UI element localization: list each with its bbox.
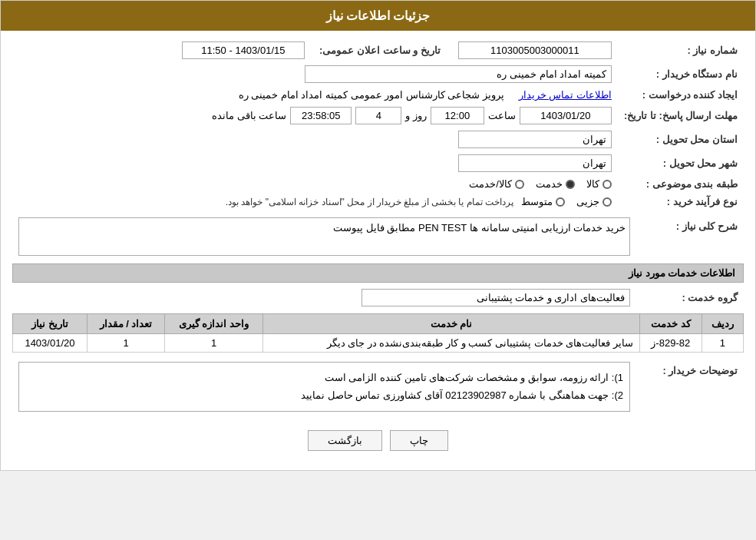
category-radio-group: کالا خدمت کالا/خدمت (18, 178, 612, 190)
purchase-type-radio-group: جزیی متوسط (521, 196, 612, 207)
deadline-time-label: ساعت (488, 110, 516, 121)
cell-code: 829-82-ز (639, 334, 702, 353)
cell-name: سایر فعالیت‌های خدمات پشتیبانی کسب و کار… (262, 334, 639, 353)
col-header-unit: واحد اندازه گیری (165, 314, 263, 334)
purchase-type-note: پرداخت تمام یا بخشی از مبلغ خریدار از مح… (226, 197, 513, 207)
deadline-time: 12:00 (431, 107, 484, 124)
buyer-note-line: 1): ارائه رزومه، سوابق و مشخصات شرکت‌های… (25, 369, 623, 386)
purchase-type-motevaset-label: متوسط (521, 196, 553, 207)
need-number-value: 1103005003000011 (458, 41, 612, 59)
purchase-type-jozii-circle (602, 197, 612, 207)
province-value: تهران (458, 131, 612, 148)
creator-label: ایجاد کننده درخواست : (618, 86, 744, 104)
category-radio-khedmat[interactable]: خدمت (536, 178, 575, 190)
buyer-notes-table: توضیحات خریدار : 1): ارائه رزومه، سوابق … (12, 359, 744, 415)
announce-label: تاریخ و ساعت اعلان عمومی: (311, 38, 449, 62)
page-header: جزئیات اطلاعات نیاز (1, 1, 755, 31)
cell-row: 1 (702, 334, 743, 353)
creator-link[interactable]: اطلاعات تماس خریدار (519, 89, 612, 101)
cell-quantity: 1 (87, 334, 164, 353)
city-label: شهر محل تحویل : (618, 151, 744, 175)
description-label: شرح کلی نیاز : (636, 214, 744, 259)
col-header-name: نام خدمت (262, 314, 639, 334)
cell-date: 1403/01/20 (13, 334, 87, 353)
col-header-row: ردیف (702, 314, 743, 334)
col-header-date: تاریخ نیاز (13, 314, 87, 334)
deadline-date: 1403/01/20 (520, 107, 612, 124)
deadline-remaining: 23:58:05 (290, 107, 352, 124)
need-number-label: شماره نیاز : (618, 38, 744, 62)
page-wrapper: جزئیات اطلاعات نیاز شماره نیاز : 1103005… (0, 0, 756, 471)
buyer-org-value: کمیته امداد امام خمینی ره (305, 65, 612, 83)
deadline-remaining-label: ساعت باقی مانده (212, 110, 286, 121)
category-kala-label: کالا (586, 178, 599, 190)
category-kala-khedmat-label: کالا/خدمت (469, 178, 512, 190)
province-label: استان محل تحویل : (618, 128, 744, 151)
category-label: طبقه بندی موضوعی : (618, 175, 744, 193)
main-info-table: شماره نیاز : 1103005003000011 تاریخ و سا… (12, 38, 744, 210)
purchase-type-label: نوع فرآیند خرید : (618, 193, 744, 210)
category-radio-kala-khedmat[interactable]: کالا/خدمت (469, 178, 524, 190)
city-value: تهران (458, 154, 612, 172)
purchase-type-jozii-label: جزیی (576, 196, 599, 207)
main-content: شماره نیاز : 1103005003000011 تاریخ و سا… (1, 31, 755, 470)
description-value: خرید خدمات ارزیابی امنیتی سامانه ها PEN … (18, 217, 630, 256)
col-header-code: کد خدمت (639, 314, 702, 334)
button-row: چاپ بازگشت (12, 419, 744, 462)
services-section-title: اطلاعات خدمات مورد نیاز (12, 263, 744, 283)
creator-value: پرویز شجاعی کارشناس امور عمومی کمیته امد… (239, 89, 505, 101)
cell-unit: 1 (165, 334, 263, 353)
buyer-org-label: نام دستگاه خریدار : (618, 62, 744, 86)
services-data-table: ردیف کد خدمت نام خدمت واحد اندازه گیری ت… (12, 313, 744, 353)
col-header-qty: تعداد / مقدار (87, 314, 164, 334)
deadline-label: مهلت ارسال پاسخ: تا تاریخ: (618, 104, 744, 128)
deadline-days: 4 (355, 107, 401, 124)
service-group-label: گروه خدمت : (636, 286, 744, 310)
category-radio-kala-khedmat-circle (515, 180, 524, 189)
service-group-value: فعالیت‌های اداری و خدمات پشتیبانی (361, 289, 630, 306)
print-button[interactable]: چاپ (390, 430, 448, 451)
category-radio-kala[interactable]: کالا (586, 178, 612, 190)
category-khedmat-label: خدمت (536, 178, 563, 190)
announce-value: 1403/01/15 - 11:50 (182, 41, 305, 59)
description-table: شرح کلی نیاز : خرید خدمات ارزیابی امنیتی… (12, 214, 744, 259)
purchase-type-motevaset[interactable]: متوسط (521, 196, 565, 207)
table-row: 1 829-82-ز سایر فعالیت‌های خدمات پشتیبان… (13, 334, 744, 353)
service-group-table: گروه خدمت : فعالیت‌های اداری و خدمات پشت… (12, 286, 744, 310)
category-radio-khedmat-circle (566, 180, 575, 189)
buyer-notes-label: توضیحات خریدار : (636, 359, 744, 415)
buyer-notes-content: 1): ارائه رزومه، سوابق و مشخصات شرکت‌های… (18, 362, 630, 412)
category-radio-kala-circle (602, 180, 612, 189)
buyer-note-line: 2): جهت هماهنگی با شماره 02123902987 آقا… (25, 386, 623, 404)
deadline-days-label: روز و (405, 110, 427, 121)
purchase-type-jozii[interactable]: جزیی (576, 196, 612, 207)
back-button[interactable]: بازگشت (308, 430, 382, 451)
purchase-type-motevaset-circle (556, 197, 565, 207)
page-title: جزئیات اطلاعات نیاز (326, 9, 431, 22)
